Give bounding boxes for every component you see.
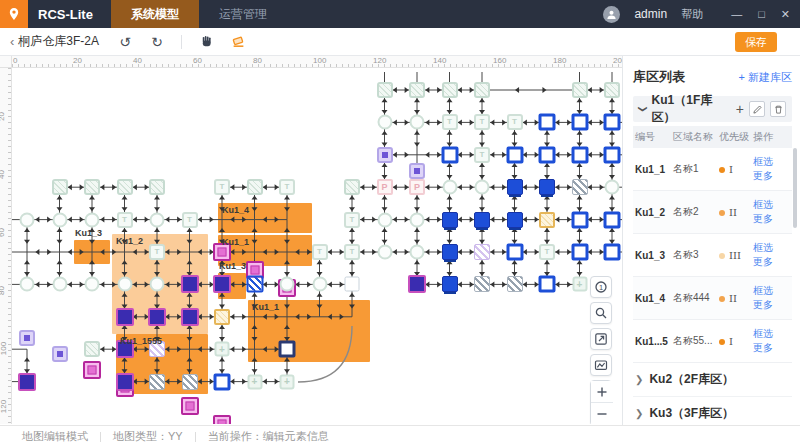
zoom-in-button[interactable] [591,381,613,403]
zoom-search-button[interactable] [590,302,612,324]
node-yellow[interactable] [214,309,230,325]
node-blue-outline[interactable] [441,146,458,163]
more-link[interactable]: 更多 [753,299,773,310]
node-circle[interactable] [410,212,425,227]
node-hatched-gray[interactable] [507,276,523,292]
node-station-purple[interactable] [408,275,426,293]
node-hatched-teal[interactable] [117,179,133,195]
node-circle[interactable] [85,212,100,227]
node-station-purple[interactable] [116,308,134,326]
add-zone-button[interactable]: + [736,102,744,116]
help-link[interactable]: 帮助 [681,7,703,22]
node-blue-outline[interactable] [539,276,556,293]
save-button[interactable]: 保存 [735,32,777,52]
node-blue-outline[interactable] [539,146,556,163]
node-plus-teal[interactable]: + [572,277,587,292]
node-blue-outline[interactable] [604,114,621,131]
node-hatched-teal[interactable] [52,179,68,195]
node-marker-teal[interactable]: T [214,179,230,195]
close-button[interactable]: ✕ [781,0,790,28]
node-lavender[interactable] [377,147,393,163]
pan-hand-button[interactable] [194,32,218,52]
node-circle[interactable] [20,277,35,292]
node-circle[interactable] [605,180,620,195]
back-breadcrumb[interactable]: ‹ 桐庐仓库3F-2A [0,33,109,50]
more-link[interactable]: 更多 [753,256,773,267]
undo-button[interactable]: ↺ [113,32,137,52]
maximize-button[interactable]: □ [758,0,765,28]
node-circle[interactable] [117,277,132,292]
node-blue-outline[interactable] [214,373,231,390]
node-marker-teal[interactable]: T [312,244,328,260]
node-circle[interactable] [475,180,490,195]
node-marker-teal[interactable]: T [539,244,555,260]
section-ku1-header[interactable]: ❯ Ku1（1F库区） + [633,96,792,122]
map-canvas[interactable]: 1 Ku1_3Ku1_2Ku1_4Ku1_1Ku1_3Ku1_1Ku1_1555… [12,68,622,424]
node-station-purple[interactable] [116,373,134,391]
node-blue-outline[interactable] [571,244,588,261]
node-marker-teal[interactable]: T [182,212,198,228]
node-lavender[interactable] [52,346,68,362]
node-station-pink[interactable] [181,397,199,415]
box-select-link[interactable]: 框选 [753,199,773,210]
node-blue-outline[interactable] [604,211,621,228]
node-blue-outline[interactable] [571,114,588,131]
node-blue-solid[interactable] [442,244,458,260]
node-hatched-teal[interactable] [344,179,360,195]
node-hatched-gray[interactable] [572,179,588,195]
user-avatar[interactable] [603,6,620,23]
node-hatched-blue[interactable] [246,276,263,293]
zoom-out-button[interactable] [591,403,613,424]
node-station-purple[interactable] [181,275,199,293]
node-hatched-teal[interactable] [84,341,100,357]
more-link[interactable]: 更多 [753,213,773,224]
node-marker-teal[interactable]: T [442,114,458,130]
node-hatched-gray[interactable] [182,374,198,390]
node-blue-solid[interactable] [442,212,458,228]
node-hatched-teal[interactable] [409,82,425,98]
node-circle[interactable] [377,115,392,130]
node-marker-teal[interactable]: T [279,179,295,195]
node-station-pink[interactable] [213,415,231,424]
node-station-purple[interactable] [181,308,199,326]
node-circle[interactable] [312,277,327,292]
node-plain[interactable] [345,277,360,292]
node-blue-solid[interactable] [474,212,490,228]
minimap-button[interactable] [590,354,612,376]
node-hatched-teal[interactable] [149,179,165,195]
node-marker-teal[interactable]: T [474,147,490,163]
node-hatched-teal[interactable] [474,82,490,98]
node-circle[interactable] [85,277,100,292]
node-hatched-teal[interactable] [247,179,263,195]
node-marker-teal[interactable]: T [117,212,133,228]
node-hatched-gray[interactable] [474,276,490,292]
node-hatched-teal[interactable] [377,82,393,98]
panel-scrollbar[interactable] [793,148,797,228]
node-station-purple[interactable] [18,373,36,391]
node-blue-outline[interactable] [539,114,556,131]
tab-system-model[interactable]: 系统模型 [111,0,199,28]
node-parking[interactable]: P [409,179,425,195]
node-blue-outline[interactable] [571,146,588,163]
node-blue-outline[interactable] [604,244,621,261]
section-ku2-header[interactable]: ❯ Ku2（2F库区） [633,363,792,397]
node-marker-teal[interactable]: T [474,114,490,130]
delete-zone-button[interactable] [770,101,786,117]
new-zone-link[interactable]: + 新建库区 [739,70,792,85]
node-circle[interactable] [410,115,425,130]
node-circle[interactable] [280,277,295,292]
more-link[interactable]: 更多 [753,170,773,181]
node-marker-teal[interactable]: T [149,244,165,260]
node-blue-solid[interactable] [442,276,458,292]
tab-operations[interactable]: 运营管理 [199,0,287,28]
edit-zone-button[interactable] [749,101,765,117]
node-hatched-teal[interactable] [84,179,100,195]
node-circle[interactable] [52,212,67,227]
node-circle[interactable] [150,277,165,292]
node-hatched-teal[interactable] [442,82,458,98]
node-circle[interactable] [410,245,425,260]
node-circle[interactable] [377,245,392,260]
node-marker-teal[interactable]: T [344,244,360,260]
node-blue-solid[interactable] [539,179,555,195]
node-circle[interactable] [150,212,165,227]
